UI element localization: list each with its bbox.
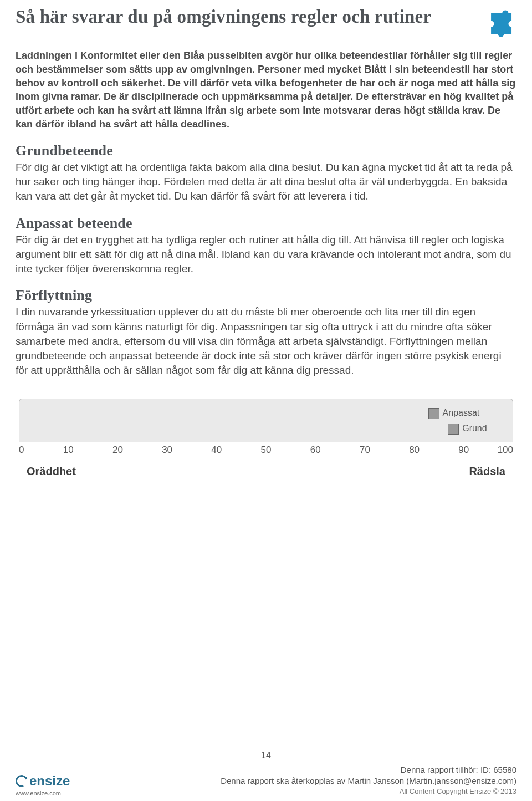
- intro-paragraph: Laddningen i Konformitet eller den Blåa …: [16, 49, 516, 131]
- axis-tick: 30: [162, 445, 172, 456]
- scale-chart: AnpassatGrund 0102030405060708090100 Orä…: [16, 399, 516, 478]
- scale-right-label: Rädsla: [469, 465, 505, 478]
- axis-tick: 80: [409, 445, 420, 456]
- scale-left-label: Oräddhet: [27, 465, 76, 478]
- page-footer: ensize www.ensize.com Denna rapport till…: [0, 768, 532, 801]
- axis-tick: 60: [310, 445, 321, 456]
- axis-tick: 100: [498, 445, 513, 456]
- brand-url: www.ensize.com: [16, 790, 61, 797]
- brand-name: ensize: [29, 773, 70, 789]
- section-heading: Förflyttning: [16, 287, 516, 304]
- logo-swirl-icon: [13, 773, 29, 789]
- footer-line: Denna rapport ska återkopplas av Martin …: [221, 776, 516, 787]
- section-text: För dig är det en trygghet att ha tydlig…: [16, 233, 516, 277]
- chart-marker-label: Grund: [462, 424, 487, 433]
- axis-tick: 0: [19, 445, 24, 456]
- axis-tick: 70: [360, 445, 370, 456]
- section-text: I din nuvarande yrkessituation upplever …: [16, 305, 516, 377]
- section-text: För dig är det viktigt att ha ordentliga…: [16, 160, 516, 204]
- axis-tick: 20: [112, 445, 123, 456]
- chart-marker: [448, 424, 459, 435]
- brand-logo: ensize: [16, 773, 70, 789]
- axis-tick: 90: [458, 445, 469, 456]
- page-title: Så här svarar du på omgivningens regler …: [16, 6, 477, 28]
- axis-tick: 10: [63, 445, 74, 456]
- section-heading: Anpassat beteende: [16, 215, 516, 232]
- axis-tick: 50: [261, 445, 272, 456]
- footer-line: Denna rapport tillhör: ID: 65580: [221, 764, 516, 776]
- axis-tick: 40: [211, 445, 222, 456]
- section-heading: Grundbeteende: [16, 142, 516, 159]
- puzzle-icon: [485, 8, 516, 39]
- chart-marker: [428, 408, 439, 419]
- footer-copyright: All Content Copyright Ensize © 2013: [221, 787, 516, 797]
- page-number: 14: [0, 751, 532, 763]
- chart-marker-label: Anpassat: [443, 408, 480, 418]
